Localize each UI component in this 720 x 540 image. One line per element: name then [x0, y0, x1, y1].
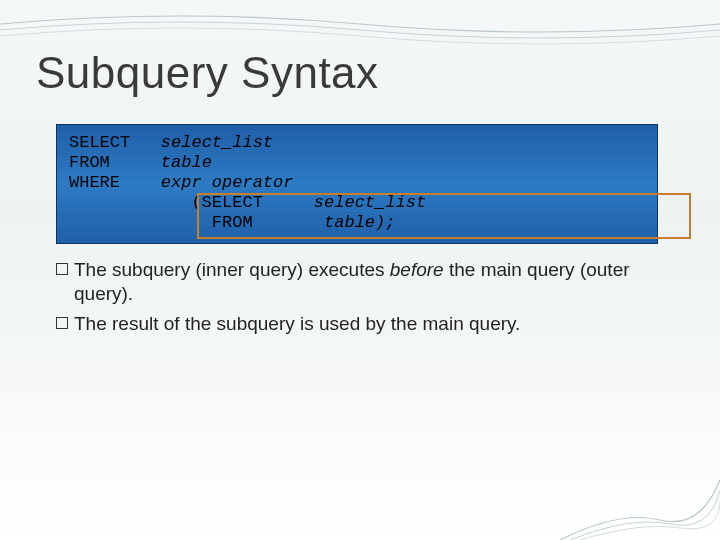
bullet-item: The subquery (inner query) executes befo…: [56, 258, 664, 306]
bullet-text-pre: The result of the subquery is used by th…: [74, 313, 520, 334]
bullet-text-em: before: [390, 259, 444, 280]
bullet-text-pre: The subquery (inner query) executes: [74, 259, 390, 280]
outer-expr: expr operator: [161, 173, 294, 192]
outer-select-list: select_list: [161, 133, 273, 152]
kw-where: WHERE: [69, 173, 120, 192]
bullet-item: The result of the subquery is used by th…: [56, 312, 664, 336]
code-syntax-box: SELECT select_list FROM table WHERE expr…: [56, 124, 658, 244]
kw-select: SELECT: [69, 133, 130, 152]
code-content: SELECT select_list FROM table WHERE expr…: [57, 125, 657, 233]
slide-title: Subquery Syntax: [36, 48, 379, 98]
corner-wave-decoration: [560, 420, 720, 540]
sub-table-close: table);: [324, 213, 395, 232]
sub-select-list: select_list: [314, 193, 426, 212]
bullet-box-icon: [56, 317, 68, 329]
sub-from: FROM: [202, 213, 253, 232]
bullet-box-icon: [56, 263, 68, 275]
bullet-text: The result of the subquery is used by th…: [74, 312, 520, 336]
outer-table: table: [161, 153, 212, 172]
bullet-list: The subquery (inner query) executes befo…: [56, 258, 664, 341]
header-wave-decoration: [0, 6, 720, 46]
kw-from: FROM: [69, 153, 110, 172]
bullet-text: The subquery (inner query) executes befo…: [74, 258, 664, 306]
sub-open: (SELECT: [191, 193, 262, 212]
